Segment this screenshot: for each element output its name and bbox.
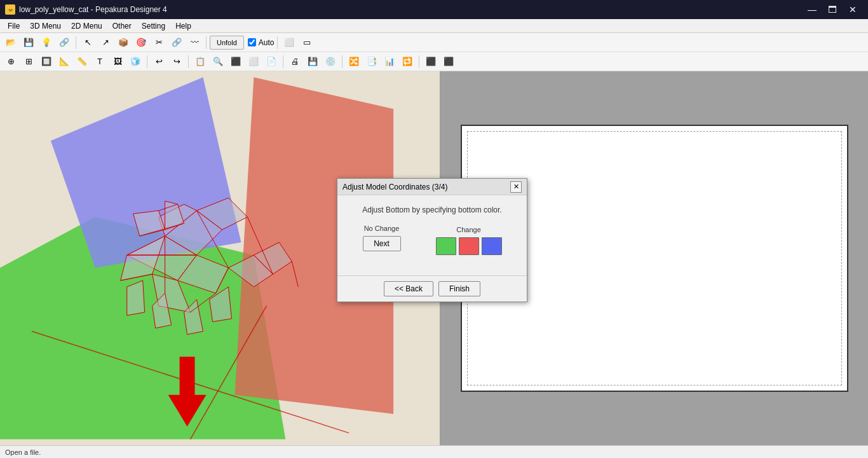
color-swatch-green[interactable] xyxy=(436,237,456,255)
tb2-sep1 xyxy=(147,55,147,68)
no-change-group: No Change Next xyxy=(363,225,401,255)
menu-help[interactable]: Help xyxy=(170,19,196,33)
tb2-undo[interactable]: ↩ xyxy=(151,54,167,69)
color-swatch-blue[interactable] xyxy=(482,237,502,255)
unfold-button[interactable]: Unfold xyxy=(210,36,244,50)
tb-target[interactable]: 🎯 xyxy=(133,35,149,50)
adjust-coordinates-dialog: Adjust Model Coordinates (3/4) ✕ Adjust … xyxy=(337,178,527,302)
dialog-instruction: Adjust Bottom by specifying bottom color… xyxy=(345,205,519,214)
tb2-sep2 xyxy=(188,55,189,68)
tb-rotate-left[interactable]: ↖ xyxy=(79,35,96,50)
tb2-refresh[interactable]: 🔁 xyxy=(399,54,416,69)
tb2-15[interactable]: 📑 xyxy=(363,54,380,69)
tb2-cube[interactable]: 🧊 xyxy=(127,54,144,69)
dialog-body: Adjust Bottom by specifying bottom color… xyxy=(337,195,527,275)
tb-box[interactable]: 📦 xyxy=(115,35,132,50)
dialog-footer: << Back Finish xyxy=(337,275,527,302)
dialog-title-bar: Adjust Model Coordinates (3/4) ✕ xyxy=(337,179,527,195)
status-bar: Open a file. xyxy=(0,445,868,458)
tb-link2[interactable]: 🔗 xyxy=(168,35,185,50)
back-button[interactable]: << Back xyxy=(384,281,433,296)
dialog-title: Adjust Model Coordinates (3/4) xyxy=(342,183,447,191)
tb-open[interactable]: 📂 xyxy=(3,35,19,50)
finish-button[interactable]: Finish xyxy=(438,281,480,296)
dialog-close-button[interactable]: ✕ xyxy=(510,181,522,193)
toolbar-row-1: 📂 💾 💡 🔗 ↖ ↗ 📦 🎯 ✂ 🔗 〰 Unfold Auto ⬜ ▭ xyxy=(0,33,868,52)
close-button[interactable]: ✕ xyxy=(843,0,863,19)
tb2-4[interactable]: 📐 xyxy=(56,54,72,69)
menu-file[interactable]: File xyxy=(3,19,25,33)
tb2-save2[interactable]: 💾 xyxy=(304,54,321,69)
auto-checkbox[interactable] xyxy=(248,38,256,46)
window-title: low_poly_yellow_cat - Pepakura Designer … xyxy=(19,5,167,14)
no-change-label: No Change xyxy=(364,225,400,232)
toolbar-sep-3 xyxy=(277,36,278,49)
tb2-1[interactable]: ⊕ xyxy=(3,54,19,69)
menu-bar: File 3D Menu 2D Menu Other Setting Help xyxy=(0,19,868,33)
toolbar-sep-1 xyxy=(76,36,76,49)
tb2-5[interactable]: 📏 xyxy=(74,54,90,69)
tb2-3[interactable]: 🔲 xyxy=(38,54,55,69)
status-text: Open a file. xyxy=(5,448,41,456)
tb2-10[interactable]: 🔍 xyxy=(210,54,226,69)
auto-check-label[interactable]: Auto xyxy=(248,38,275,47)
tb2-11[interactable]: ⬛ xyxy=(227,54,244,69)
title-bar: 🐱 low_poly_yellow_cat - Pepakura Designe… xyxy=(0,0,868,19)
tb2-12[interactable]: ⬜ xyxy=(245,54,262,69)
tb2-17[interactable]: ⬛ xyxy=(423,54,439,69)
tb-link[interactable]: 🔗 xyxy=(56,35,72,50)
change-label: Change xyxy=(456,226,481,233)
tb2-9[interactable]: 📋 xyxy=(192,54,208,69)
minimize-button[interactable]: — xyxy=(802,0,822,19)
tb2-image[interactable]: 🖼 xyxy=(109,54,126,69)
tb2-18[interactable]: ⬛ xyxy=(440,54,457,69)
tb2-shuffle[interactable]: 🔀 xyxy=(346,54,362,69)
tb2-redo[interactable]: ↪ xyxy=(168,54,185,69)
color-swatch-red[interactable] xyxy=(459,237,479,255)
color-section: No Change Next Change xyxy=(345,225,519,255)
tb-save[interactable]: 💾 xyxy=(20,35,37,50)
tb2-disc[interactable]: 💿 xyxy=(322,54,339,69)
tb-rect[interactable]: ▭ xyxy=(299,35,315,50)
tb2-text[interactable]: T xyxy=(92,54,108,69)
window-controls: — 🗖 ✕ xyxy=(802,0,863,19)
color-swatches xyxy=(436,237,502,255)
tb2-13[interactable]: 📄 xyxy=(263,54,280,69)
menu-3d[interactable]: 3D Menu xyxy=(25,19,66,33)
tb2-sep4 xyxy=(342,55,342,68)
tb-scissors[interactable]: ✂ xyxy=(151,35,167,50)
change-group: Change xyxy=(436,226,502,255)
menu-2d[interactable]: 2D Menu xyxy=(66,19,107,33)
tb-light[interactable]: 💡 xyxy=(38,35,55,50)
svg-marker-16 xyxy=(127,281,145,316)
tb2-2[interactable]: ⊞ xyxy=(20,54,37,69)
tb2-print[interactable]: 🖨 xyxy=(287,54,303,69)
tb-rotate-right[interactable]: ↗ xyxy=(97,35,114,50)
tb2-sep3 xyxy=(283,55,283,68)
menu-other[interactable]: Other xyxy=(107,19,137,33)
menu-setting[interactable]: Setting xyxy=(137,19,170,33)
tb-wave[interactable]: 〰 xyxy=(186,35,203,50)
maximize-button[interactable]: 🗖 xyxy=(822,0,843,19)
next-button[interactable]: Next xyxy=(363,236,401,251)
toolbar-row-2: ⊕ ⊞ 🔲 📐 📏 T 🖼 🧊 ↩ ↪ 📋 🔍 ⬛ ⬜ 📄 🖨 💾 💿 🔀 📑 … xyxy=(0,52,868,71)
tb2-chart[interactable]: 📊 xyxy=(381,54,398,69)
toolbar-sep-2 xyxy=(206,36,207,49)
tb-square[interactable]: ⬜ xyxy=(281,35,297,50)
tb2-sep5 xyxy=(419,55,419,68)
app-icon: 🐱 xyxy=(5,4,15,15)
